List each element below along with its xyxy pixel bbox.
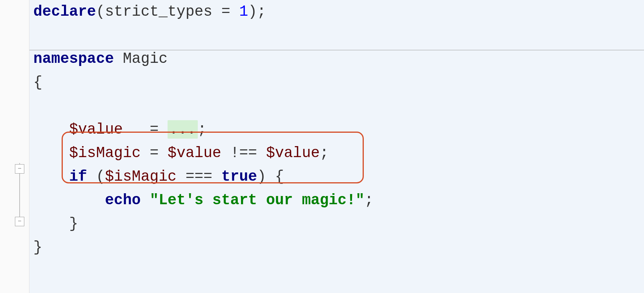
brace-open: { bbox=[33, 74, 42, 91]
keyword-echo: echo bbox=[105, 192, 140, 209]
code-line-11[interactable]: } bbox=[33, 236, 640, 259]
code-line-10[interactable]: } bbox=[33, 212, 640, 236]
string-literal: "Let's start our magic!" bbox=[150, 192, 364, 209]
brace-close: } bbox=[33, 239, 42, 256]
code-line-3[interactable]: namespace Magic bbox=[33, 47, 640, 71]
highlighted-ellipsis: ... bbox=[168, 120, 197, 139]
horizontal-separator bbox=[29, 50, 644, 50]
code-line-5[interactable] bbox=[33, 94, 640, 118]
keyword-if: if bbox=[69, 168, 87, 185]
keyword-namespace: namespace bbox=[33, 50, 114, 67]
number-literal: 1 bbox=[239, 3, 248, 20]
variable-value: $value bbox=[168, 145, 221, 161]
fold-marker-icon[interactable] bbox=[15, 164, 24, 174]
code-line-8[interactable]: if ($isMagic === true) { bbox=[33, 165, 640, 189]
variable-value: $value bbox=[69, 121, 123, 138]
boolean-true: true bbox=[221, 168, 257, 185]
namespace-name: Magic bbox=[114, 50, 168, 67]
operator-identical: === bbox=[177, 168, 221, 185]
code-line-6[interactable]: $value = ...; bbox=[33, 118, 640, 141]
keyword-declare: declare bbox=[33, 3, 96, 20]
code-line-4[interactable]: { bbox=[33, 71, 640, 94]
operator-not-identical: !== bbox=[221, 145, 266, 161]
code-line-9[interactable]: echo "Let's start our magic!"; bbox=[33, 189, 640, 212]
variable-ismagic: $isMagic bbox=[69, 145, 140, 161]
code-line-1[interactable]: declare(strict_types = 1); bbox=[33, 0, 640, 24]
fold-marker-icon[interactable] bbox=[15, 217, 24, 226]
variable-ismagic: $isMagic bbox=[105, 168, 176, 185]
declare-args: (strict_types = bbox=[96, 3, 239, 20]
brace-close: } bbox=[69, 215, 78, 232]
editor-gutter[interactable] bbox=[0, 0, 29, 293]
code-editor[interactable]: declare(strict_types = 1); namespace Mag… bbox=[0, 0, 644, 293]
code-line-7[interactable]: $isMagic = $value !== $value; bbox=[33, 141, 640, 165]
variable-value: $value bbox=[266, 145, 320, 161]
code-content[interactable]: declare(strict_types = 1); namespace Mag… bbox=[29, 0, 644, 293]
code-line-2[interactable] bbox=[33, 24, 640, 47]
declare-end: ); bbox=[248, 3, 266, 20]
